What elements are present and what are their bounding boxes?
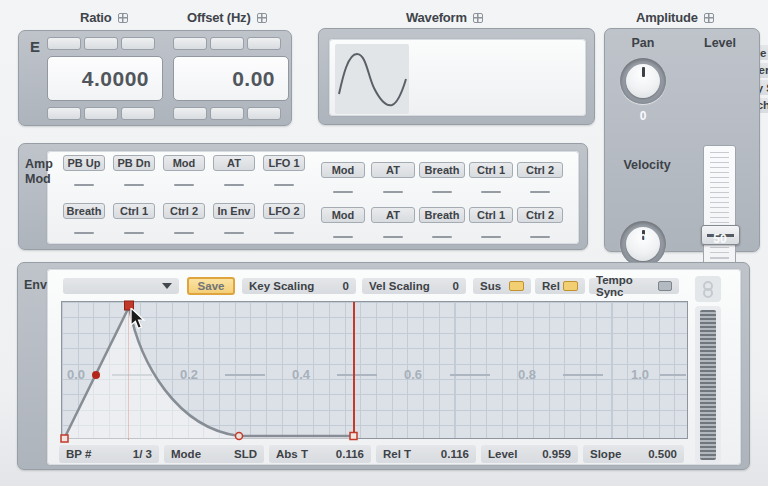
vel-mod-amount-slider[interactable] (383, 236, 403, 238)
ratio-step-button-2[interactable] (84, 37, 118, 50)
pan-mod-source-breath[interactable]: Breath (419, 162, 465, 178)
ratio-step-button-1[interactable] (47, 37, 81, 50)
offset-step-button-6[interactable] (247, 107, 281, 120)
offset-value-display[interactable]: 0.00 (173, 56, 289, 101)
vel-mod-amount-slider[interactable] (333, 236, 353, 238)
amp-mod-amount-slider[interactable] (274, 232, 294, 234)
vel-mod-amount-slider[interactable] (432, 236, 452, 238)
amp-mod-source-ctrl2[interactable]: Ctrl 2 (163, 203, 205, 219)
ratio-menu-grid-icon[interactable] (118, 13, 128, 23)
amp-mod-source-lfo1[interactable]: LFO 1 (263, 155, 305, 171)
breakpoint-number-field[interactable]: BP # 1/ 3 (59, 445, 159, 463)
pan-mod-amount-slider[interactable] (481, 191, 501, 193)
offset-menu-grid-icon[interactable] (257, 13, 267, 23)
sustain-checkbox[interactable] (509, 281, 524, 291)
amp-mod-amount-slider[interactable] (174, 232, 194, 234)
pan-mod-source-mod[interactable]: Mod (321, 162, 365, 178)
vel-mod-amount-slider[interactable] (530, 236, 550, 238)
env-attack-slope-handle[interactable] (92, 371, 100, 379)
mode-field[interactable]: Mode SLD (164, 445, 264, 463)
vel-scaling-field[interactable]: Vel Scaling 0 (362, 278, 466, 294)
waveform-title-label: Waveform (406, 10, 467, 25)
bp-level-field[interactable]: Level 0.959 (481, 445, 578, 463)
offset-step-button-4[interactable] (173, 107, 207, 120)
offset-step-button-2[interactable] (210, 37, 244, 50)
amp-mod-source-in-env[interactable]: In Env (213, 203, 255, 219)
tempo-sync-toggle[interactable]: Tempo Sync (589, 278, 679, 294)
vel-mod-source-ctrl1[interactable]: Ctrl 1 (469, 207, 513, 223)
release-label: Rel (542, 280, 560, 292)
pan-mod-source-ctrl2[interactable]: Ctrl 2 (517, 162, 563, 178)
abs-time-field[interactable]: Abs T 0.116 (269, 445, 371, 463)
env-breakpoint-end[interactable] (350, 433, 357, 440)
env-breakpoint-start[interactable] (61, 435, 68, 442)
pan-knob[interactable] (620, 58, 666, 104)
pan-mod-amount-slider[interactable] (383, 191, 403, 193)
amp-mod-label: Amp Mod (25, 157, 53, 187)
amp-mod-source-lfo2[interactable]: LFO 2 (263, 203, 305, 219)
pan-mod-amount-slider[interactable] (333, 191, 353, 193)
vel-mod-source-mod[interactable]: Mod (321, 207, 365, 223)
env-preset-dropdown[interactable] (63, 278, 179, 294)
release-checkbox[interactable] (563, 281, 578, 291)
scrollbar-ribbed-handle[interactable] (700, 310, 716, 460)
pan-value[interactable]: 0 (605, 109, 681, 123)
ratio-step-button-4[interactable] (47, 107, 81, 120)
amp-mod-amount-slider[interactable] (274, 184, 294, 186)
amp-mod-source-pb-dn[interactable]: PB Dn (113, 155, 155, 171)
offset-step-button-1[interactable] (173, 37, 207, 50)
rel-time-field[interactable]: Rel T 0.116 (376, 445, 476, 463)
slope-field[interactable]: Slope 0.500 (583, 445, 684, 463)
level-value[interactable]: 50 (685, 232, 755, 246)
envelope-link-button[interactable] (695, 276, 721, 302)
vel-scaling-value: 0 (453, 280, 459, 292)
amp-mod-amount-slider[interactable] (224, 184, 244, 186)
envelope-graph[interactable]: 0.0 0.2 0.4 0.6 0.8 1.0 (61, 301, 688, 439)
chevron-down-icon (162, 283, 172, 289)
waveform-menu-grid-icon[interactable] (473, 13, 483, 23)
ratio-step-button-5[interactable] (84, 107, 118, 120)
ratio-step-button-6[interactable] (121, 107, 155, 120)
vel-mod-source-at[interactable]: AT (371, 207, 415, 223)
bp-label: BP # (66, 448, 91, 460)
amp-mod-amount-slider[interactable] (124, 232, 144, 234)
envelope-curve-svg (62, 302, 689, 440)
amp-mod-source-at[interactable]: AT (213, 155, 255, 171)
amp-mod-amount-slider[interactable] (74, 232, 94, 234)
amplitude-menu-grid-icon[interactable] (704, 13, 714, 23)
amp-mod-source-ctrl1[interactable]: Ctrl 1 (113, 203, 155, 219)
vel-mod-source-ctrl2[interactable]: Ctrl 2 (517, 207, 563, 223)
pan-mod-amount-slider[interactable] (530, 191, 550, 193)
save-button[interactable]: Save (187, 277, 235, 295)
link-icon (703, 288, 713, 298)
key-scaling-field[interactable]: Key Scaling 0 (242, 278, 356, 294)
ratio-step-button-3[interactable] (121, 37, 155, 50)
offset-step-button-3[interactable] (247, 37, 281, 50)
pan-mod-source-ctrl1[interactable]: Ctrl 1 (469, 162, 513, 178)
slope-label: Slope (590, 448, 621, 460)
amp-mod-amount-slider[interactable] (174, 184, 194, 186)
pan-mod-amount-slider[interactable] (432, 191, 452, 193)
amp-mod-source-pb-up[interactable]: PB Up (63, 155, 105, 171)
vel-mod-source-breath[interactable]: Breath (419, 207, 465, 223)
sustain-toggle[interactable]: Sus (473, 278, 531, 294)
level-label: Level (685, 36, 755, 50)
tempo-sync-checkbox[interactable] (658, 281, 672, 291)
release-toggle[interactable]: Rel (535, 278, 585, 294)
waveform-panel: Sine Invert Key Sync Pitch Env (318, 28, 595, 125)
envelope-zoom-scrollbar[interactable] (695, 306, 721, 464)
velocity-value[interactable]: 0 (605, 232, 681, 246)
amp-mod-source-mod[interactable]: Mod (163, 155, 205, 171)
amp-mod-amount-slider[interactable] (124, 184, 144, 186)
vel-mod-amount-slider[interactable] (481, 236, 501, 238)
pan-mod-source-at[interactable]: AT (371, 162, 415, 178)
ratio-value-display[interactable]: 4.0000 (47, 56, 163, 101)
offset-step-button-5[interactable] (210, 107, 244, 120)
key-scaling-value: 0 (343, 280, 349, 292)
amp-mod-source-breath[interactable]: Breath (63, 203, 105, 219)
amp-mod-amount-slider[interactable] (74, 184, 94, 186)
pan-knob-face (626, 64, 660, 98)
amp-mod-panel: Amp Mod PB Up PB Dn Mod AT LFO 1 Breath … (18, 143, 588, 250)
env-breakpoint-decay-end[interactable] (236, 433, 243, 440)
amp-mod-amount-slider[interactable] (224, 232, 244, 234)
